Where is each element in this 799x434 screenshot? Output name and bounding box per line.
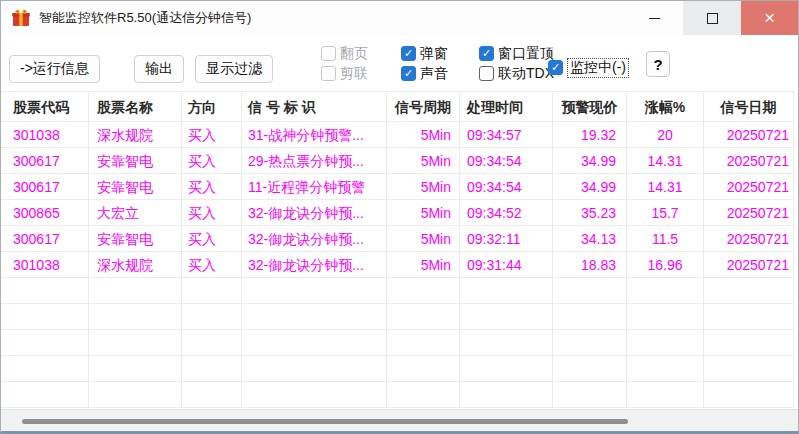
table-cell — [242, 304, 387, 330]
table-row[interactable]: 300617安靠智电买入32-御龙诀分钟预...5Min09:32:1134.1… — [1, 226, 794, 252]
table-row-empty — [1, 330, 794, 356]
header-change-pct[interactable]: 涨幅% — [627, 92, 704, 122]
table-cell: 20250721 — [704, 200, 794, 226]
header-signal-date[interactable]: 信号日期 — [704, 92, 794, 122]
output-button[interactable]: 输出 — [134, 55, 184, 83]
table-row[interactable]: 300617安靠智电买入29-热点票分钟预...5Min09:34:5434.9… — [1, 148, 794, 174]
checkbox-label: 翻页 — [340, 45, 368, 63]
table-cell: 深水规院 — [89, 122, 182, 148]
table-cell: 31-战神分钟预警... — [242, 122, 387, 148]
table-cell — [387, 304, 460, 330]
table-cell: 14.31 — [627, 148, 704, 174]
table-cell: 20250721 — [704, 226, 794, 252]
table-cell — [89, 382, 182, 408]
table-cell: 20250721 — [704, 148, 794, 174]
table-cell — [387, 330, 460, 356]
table-cell: 深水规院 — [89, 252, 182, 278]
table-row[interactable]: 301038深水规院买入31-战神分钟预警...5Min09:34:5719.3… — [1, 122, 794, 148]
table-cell: 16.96 — [627, 252, 704, 278]
table-cell: 买入 — [182, 226, 242, 252]
checkbox-label: 弹窗 — [420, 45, 448, 63]
table-cell: 20250721 — [704, 122, 794, 148]
header-process-time[interactable]: 处理时间 — [460, 92, 553, 122]
help-button[interactable]: ? — [646, 51, 670, 77]
header-signal-id[interactable]: 信 号 标 识 — [242, 92, 387, 122]
table-cell: 5Min — [387, 226, 460, 252]
table-cell: 300617 — [1, 174, 89, 200]
table-cell: 09:32:11 — [460, 226, 553, 252]
maximize-icon — [707, 13, 718, 24]
table-cell: 买入 — [182, 148, 242, 174]
table-cell — [182, 304, 242, 330]
table-cell — [553, 382, 627, 408]
checkbox-monitoring[interactable]: ✓ 监控中(-) — [548, 59, 629, 76]
table-cell: 14.31 — [627, 174, 704, 200]
table-row[interactable]: 300617安靠智电买入11-近程弹分钟预警5Min09:34:5434.991… — [1, 174, 794, 200]
checkbox-icon: ✓ — [321, 46, 336, 61]
header-direction[interactable]: 方向 — [182, 92, 242, 122]
table-cell: 09:34:52 — [460, 200, 553, 226]
table-cell — [553, 356, 627, 382]
checkbox-icon: ✓ — [401, 66, 416, 81]
checkbox-icon: ✓ — [479, 66, 494, 81]
horizontal-scrollbar[interactable] — [1, 409, 798, 431]
table-body: 301038深水规院买入31-战神分钟预警...5Min09:34:5719.3… — [1, 122, 794, 408]
table-cell — [1, 356, 89, 382]
table-row[interactable]: 300865大宏立买入32-御龙诀分钟预...5Min09:34:5235.23… — [1, 200, 794, 226]
table-cell — [704, 356, 794, 382]
table-cell: 32-御龙诀分钟预... — [242, 226, 387, 252]
table-cell — [627, 330, 704, 356]
checkbox-link-tdx[interactable]: ✓ 联动TDX — [479, 65, 554, 82]
table-cell — [704, 330, 794, 356]
table-cell: 20250721 — [704, 252, 794, 278]
header-stock-code[interactable]: 股票代码 — [1, 92, 89, 122]
table-cell: 20 — [627, 122, 704, 148]
minimize-button[interactable] — [625, 1, 683, 35]
table-cell — [460, 356, 553, 382]
table-cell — [460, 382, 553, 408]
header-alert-price[interactable]: 预警现价 — [553, 92, 627, 122]
table-cell — [704, 304, 794, 330]
table-cell — [387, 278, 460, 304]
table-cell: 301038 — [1, 122, 89, 148]
display-filter-button[interactable]: 显示过滤 — [195, 55, 273, 83]
checkbox-clip-link[interactable]: ✓ 剪联 — [321, 65, 368, 82]
table-cell: 11.5 — [627, 226, 704, 252]
table-cell — [627, 382, 704, 408]
table-cell — [242, 382, 387, 408]
header-signal-period[interactable]: 信号周期 — [387, 92, 460, 122]
close-button[interactable]: ✕ — [741, 1, 798, 35]
header-stock-name[interactable]: 股票名称 — [89, 92, 182, 122]
signal-table: 股票代码 股票名称 方向 信 号 标 识 信号周期 处理时间 预警现价 涨幅% … — [1, 91, 794, 408]
checkbox-icon: ✓ — [548, 60, 563, 75]
table-cell — [182, 330, 242, 356]
table-cell — [704, 278, 794, 304]
table-cell: 安靠智电 — [89, 174, 182, 200]
table-cell: 34.99 — [553, 174, 627, 200]
table-cell: 34.13 — [553, 226, 627, 252]
table-row[interactable]: 301038深水规院买入32-御龙诀分钟预...5Min09:31:4418.8… — [1, 252, 794, 278]
table-cell — [553, 304, 627, 330]
run-info-button[interactable]: ->运行信息 — [9, 55, 100, 83]
app-icon — [11, 8, 31, 28]
table-cell — [1, 304, 89, 330]
table-cell — [460, 278, 553, 304]
checkbox-popup[interactable]: ✓ 弹窗 — [401, 45, 448, 62]
checkbox-window-topmost[interactable]: ✓ 窗口置顶 — [479, 45, 554, 62]
table-cell: 19.32 — [553, 122, 627, 148]
table-cell — [242, 330, 387, 356]
scrollbar-thumb[interactable] — [22, 419, 628, 424]
minimize-icon — [649, 18, 660, 19]
table-cell — [182, 382, 242, 408]
toolbar: ->运行信息 输出 显示过滤 ✓ 翻页 ✓ 剪联 ✓ 弹窗 ✓ 声音 — [1, 35, 798, 91]
table-cell — [89, 330, 182, 356]
table-cell: 买入 — [182, 174, 242, 200]
checkbox-sound[interactable]: ✓ 声音 — [401, 65, 448, 82]
maximize-button[interactable] — [683, 1, 741, 35]
table-cell: 09:34:57 — [460, 122, 553, 148]
table-cell: 5Min — [387, 200, 460, 226]
close-icon: ✕ — [764, 10, 776, 26]
table-cell — [1, 330, 89, 356]
checkbox-page-flip[interactable]: ✓ 翻页 — [321, 45, 368, 62]
table-cell: 买入 — [182, 252, 242, 278]
